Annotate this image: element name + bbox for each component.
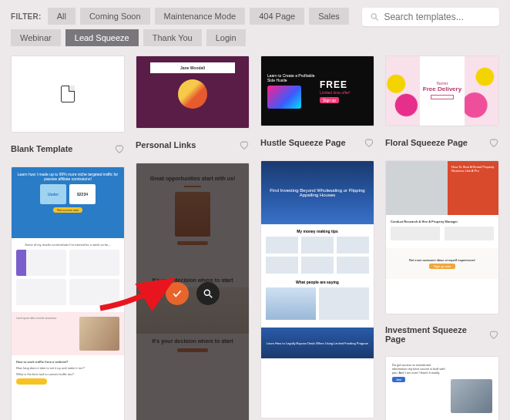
template-title: Investment Squeeze Page	[385, 325, 488, 344]
filter-coming-soon[interactable]: Coming Soon	[80, 8, 150, 25]
preview-sub: florist	[437, 81, 448, 86]
filter-webinar[interactable]: Webinar	[11, 29, 61, 46]
file-icon	[61, 86, 75, 102]
preview-text: Do get access to investment information …	[392, 363, 446, 375]
preview-image	[267, 86, 301, 109]
preview-text: Limited time offer!	[320, 90, 367, 95]
preview-button: Get access now	[53, 207, 82, 213]
template-opportunity[interactable]: Great opportunities start with us! It's …	[136, 163, 250, 420]
filter-maintenance[interactable]: Maintenance Mode	[155, 8, 246, 25]
template-hustle[interactable]: Learn to Create a Profitable Side Hustle…	[260, 55, 374, 126]
template-marketing[interactable]: Learn how I made up to 90% more niche ta…	[11, 166, 125, 420]
heart-icon[interactable]	[364, 137, 374, 148]
svg-line-3	[210, 295, 213, 298]
avatar	[178, 79, 207, 109]
preview-heading: How To Start A Rental Property Business …	[448, 161, 498, 215]
preview-stat: $2234	[69, 184, 96, 204]
filter-login[interactable]: Login	[206, 29, 246, 46]
filter-404[interactable]: 404 Page	[250, 8, 304, 25]
template-personal-links[interactable]: Jane Woodall	[136, 55, 250, 129]
preview-text: Conduct Research & Hire A Property Manag…	[391, 220, 494, 223]
preview-image	[465, 55, 498, 126]
preview-text: Learn how I made up to 90% more niche ta…	[16, 172, 119, 181]
check-icon	[172, 288, 183, 299]
template-floral[interactable]: florist Free Delivery	[385, 55, 499, 126]
preview-image	[79, 317, 119, 351]
template-grid: Blank Template Learn how I made up to 90…	[11, 55, 499, 420]
filter-bar: FILTER: All Coming Soon Maintenance Mode…	[11, 8, 350, 46]
svg-line-1	[376, 18, 378, 21]
svg-point-0	[371, 14, 376, 18]
preview-name: Jane Woodall	[150, 62, 236, 73]
select-template-button[interactable]	[166, 282, 189, 305]
preview-button: Join	[392, 377, 405, 382]
svg-point-2	[204, 290, 210, 295]
filter-lead-squeeze[interactable]: Lead Squeeze	[65, 29, 139, 46]
preview-template-button[interactable]	[196, 282, 220, 305]
heart-icon[interactable]	[488, 329, 499, 340]
template-investment-2[interactable]: How To Start A Rental Property Business …	[385, 160, 499, 314]
search-box[interactable]	[362, 8, 499, 26]
filter-label: FILTER:	[11, 12, 42, 21]
filter-all[interactable]: All	[48, 8, 75, 25]
template-title: Hustle Squeeze Page	[260, 138, 346, 147]
preview-button	[16, 378, 47, 385]
preview-image	[386, 55, 420, 126]
preview-text: Learn to Create a Profitable Side Hustle	[267, 73, 315, 82]
heart-icon[interactable]	[239, 139, 250, 150]
preview-button: Sign up now	[429, 264, 455, 269]
template-blank[interactable]	[11, 55, 125, 133]
preview-heading: My money making tips	[266, 229, 369, 234]
heart-icon[interactable]	[114, 143, 125, 154]
preview-button: Sign up	[320, 97, 339, 103]
heart-icon[interactable]	[488, 137, 499, 148]
preview-heading: Free Delivery	[423, 86, 461, 92]
template-title: Personal Links	[136, 140, 196, 150]
search-input[interactable]	[384, 12, 492, 22]
template-investment-3[interactable]: Do get access to investment information …	[385, 356, 499, 420]
preview-text: Get more awesome ideas at myself experie…	[409, 258, 475, 262]
filter-sales[interactable]: Sales	[309, 8, 349, 25]
template-investment[interactable]: Find Investing Beyond Wholesaling or Fli…	[260, 160, 374, 418]
preview-hero: Find Investing Beyond Wholesaling or Fli…	[261, 161, 374, 224]
preview-text: Lorem ipsum dolor sit amet consectetur	[16, 317, 75, 351]
preview-footer: Learn How to Legally Expose Deals When U…	[261, 328, 374, 358]
search-icon	[370, 12, 379, 22]
template-title: Blank Template	[11, 144, 73, 153]
preview-text: Some of my results screenshots I've earn…	[16, 243, 119, 247]
preview-stat: Usder	[40, 184, 66, 204]
preview-heading: FREE	[320, 79, 367, 90]
template-title: Floral Squeeze Page	[385, 138, 468, 147]
filter-thank-you[interactable]: Thank You	[143, 29, 202, 46]
preview-heading: What people are saying	[266, 280, 369, 284]
magnify-icon	[203, 288, 213, 299]
preview-image	[451, 379, 492, 413]
